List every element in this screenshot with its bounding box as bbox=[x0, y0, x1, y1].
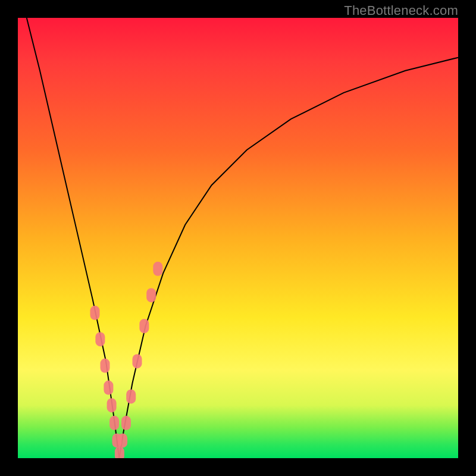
highlight-marker bbox=[95, 332, 105, 346]
chart-frame: TheBottleneck.com bbox=[0, 0, 476, 476]
highlight-marker bbox=[90, 306, 100, 320]
highlight-marker bbox=[153, 262, 162, 276]
highlight-marker bbox=[109, 416, 119, 430]
highlight-marker bbox=[146, 288, 156, 302]
highlight-marker bbox=[133, 354, 142, 368]
highlight-marker bbox=[107, 398, 117, 412]
highlight-marker bbox=[101, 359, 110, 373]
highlight-marker bbox=[104, 381, 113, 395]
highlight-marker bbox=[126, 389, 136, 403]
marker-group bbox=[90, 262, 163, 458]
highlight-marker bbox=[121, 416, 131, 430]
highlight-marker bbox=[118, 433, 127, 447]
highlight-marker bbox=[115, 447, 124, 458]
highlight-marker bbox=[139, 319, 149, 333]
chart-overlay-svg bbox=[18, 18, 458, 458]
bottleneck-curve bbox=[27, 18, 458, 458]
watermark-text: TheBottleneck.com bbox=[344, 3, 458, 18]
